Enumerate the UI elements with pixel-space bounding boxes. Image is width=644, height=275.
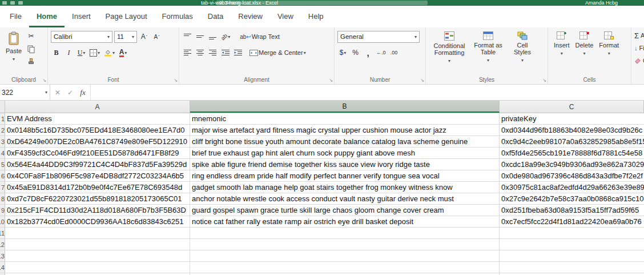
align-right-button[interactable] xyxy=(207,47,218,59)
cell[interactable]: guard gospel spawn grace turtle skill la… xyxy=(190,205,500,216)
font-name-select[interactable]: Calibri ▾ xyxy=(51,31,112,43)
format-cells-button[interactable]: Format ▾ xyxy=(596,30,622,59)
align-left-button[interactable] xyxy=(182,47,193,59)
row-header[interactable]: 13 xyxy=(0,250,5,262)
comma-style-button[interactable]: , xyxy=(363,47,373,59)
cell[interactable]: 0x182b3774cd0Ed0000CD9936AA18c6d83843c62… xyxy=(5,216,190,228)
cell[interactable]: privateKey xyxy=(500,113,644,125)
tab-data[interactable]: Data xyxy=(200,7,231,27)
tab-home[interactable]: Home xyxy=(29,7,65,27)
decrease-indent-button[interactable] xyxy=(220,47,231,59)
enter-button[interactable]: ✓ xyxy=(64,89,77,97)
row-header[interactable]: 10 xyxy=(0,216,5,228)
cell[interactable]: 0xc7ecf5fcc22d4f1d81ad22420ea69a0b76 xyxy=(500,216,644,228)
row-header[interactable]: 3 xyxy=(0,136,5,148)
cell[interactable]: 0x215cF1F4CD11d30d2A118d018A680Fb7b3F5B6… xyxy=(5,205,190,216)
conditional-formatting-button[interactable]: Conditional Formatting ▾ xyxy=(429,30,470,66)
tab-file[interactable]: File xyxy=(2,7,29,27)
tab-page-layout[interactable]: Page Layout xyxy=(98,7,155,27)
cell[interactable] xyxy=(500,262,644,273)
cell[interactable]: 0xF4359cf3Cc046Fd9f210EE51D5878d6471FB8f… xyxy=(5,148,190,159)
cell[interactable] xyxy=(190,250,500,262)
cell[interactable] xyxy=(5,228,190,239)
styles-dialog-launcher-icon[interactable]: ↘ xyxy=(542,78,546,83)
cell[interactable] xyxy=(5,239,190,250)
row-header[interactable]: 1 xyxy=(0,113,5,125)
column-header-a[interactable]: A xyxy=(5,101,190,113)
bold-button[interactable]: B xyxy=(51,47,62,59)
cell[interactable] xyxy=(500,250,644,262)
fill-color-button[interactable]: ▾ xyxy=(103,47,116,59)
bottom-align-button[interactable] xyxy=(207,31,218,43)
row-header[interactable]: 6 xyxy=(0,170,5,182)
tab-help[interactable]: Help xyxy=(301,7,331,27)
row-header[interactable]: 12 xyxy=(0,239,5,250)
cell[interactable] xyxy=(500,239,644,250)
merge-center-button[interactable]: Merge & Center ▾ xyxy=(248,47,307,59)
save-icon[interactable] xyxy=(10,1,15,5)
cell[interactable]: spike able figure friend demise together… xyxy=(190,159,500,170)
tab-view[interactable]: View xyxy=(270,7,301,27)
cell[interactable]: major wise artefact yard fitness magic c… xyxy=(190,125,500,136)
row-header[interactable]: 2 xyxy=(0,125,5,136)
clipboard-dialog-launcher-icon[interactable]: ↘ xyxy=(42,78,46,83)
fill-button[interactable]: ↓ Fil xyxy=(634,42,644,54)
row-header[interactable]: 4 xyxy=(0,148,5,159)
cell[interactable] xyxy=(500,228,644,239)
copy-button[interactable] xyxy=(26,43,37,55)
cell[interactable]: anchor notable wrestle cook access condu… xyxy=(190,193,500,205)
decrease-font-size-button[interactable]: Aˇ xyxy=(151,31,162,43)
cell[interactable]: 0xd0344d96fb18863b4082e98e03cd9b26c xyxy=(500,125,644,136)
number-format-select[interactable]: General ▾ xyxy=(337,31,420,43)
currency-format-button[interactable]: $▾ xyxy=(337,47,348,59)
cell[interactable]: 0xd251fbeba63d08a9153f5a15ff7ad59f65 xyxy=(500,205,644,216)
cell[interactable]: brief true exhaust gap hint alert churn … xyxy=(190,148,500,159)
borders-button[interactable]: ▾ xyxy=(88,47,101,59)
clear-button[interactable]: Cle xyxy=(634,55,644,66)
row-header[interactable]: 5 xyxy=(0,159,5,170)
wrap-text-button[interactable]: ab↩ Wrap Text xyxy=(239,31,281,43)
cell[interactable]: 0x564E4a44DD9C3f99721C4C4D4bF837d5Fa3952… xyxy=(5,159,190,170)
cell[interactable]: 0x0de980ad967396c486d843a3dfbe7f2e2f xyxy=(500,170,644,182)
tab-formulas[interactable]: Formulas xyxy=(155,7,200,27)
italic-button[interactable]: I xyxy=(63,47,74,59)
font-dialog-launcher-icon[interactable]: ↘ xyxy=(174,78,178,83)
cell[interactable]: 0xcdc18a99e3c949b9306ad93e862a73029c xyxy=(500,159,644,170)
cancel-button[interactable]: ✕ xyxy=(51,89,64,97)
row-header[interactable]: 8 xyxy=(0,193,5,205)
cell[interactable]: EVM Address xyxy=(5,113,190,125)
cell[interactable]: mnemonic xyxy=(190,113,500,125)
font-color-button[interactable]: A ▾ xyxy=(118,47,128,59)
cell[interactable]: gadget smooth lab manage help goat stair… xyxy=(190,182,500,193)
row-header[interactable]: 14 xyxy=(0,262,5,273)
insert-function-button[interactable]: fx xyxy=(77,88,89,97)
cell[interactable] xyxy=(190,228,500,239)
middle-align-button[interactable] xyxy=(195,31,206,43)
cell[interactable]: cliff bright bone tissue youth amount de… xyxy=(190,136,500,148)
format-painter-button[interactable] xyxy=(26,56,37,68)
column-header-c[interactable]: C xyxy=(500,101,644,113)
paste-button[interactable]: Paste ▾ xyxy=(3,30,25,65)
cell[interactable]: 0x27c9e2642b7e58c37aa0b0868ca915c100 xyxy=(500,193,644,205)
cut-button[interactable]: ✂ xyxy=(26,30,37,42)
cell[interactable]: 0x4C0Fa8F1b8096F5c987e4DB8df2772C03234A6… xyxy=(5,170,190,182)
cell[interactable]: notice cat father rally estate ramp air … xyxy=(190,216,500,228)
select-all-corner[interactable] xyxy=(0,101,5,113)
tab-insert[interactable]: Insert xyxy=(65,7,98,27)
decrease-decimal-button[interactable]: .00 xyxy=(389,47,400,59)
insert-cells-button[interactable]: Insert ▾ xyxy=(551,30,573,59)
row-header[interactable]: 7 xyxy=(0,182,5,193)
cell[interactable] xyxy=(5,250,190,262)
cell[interactable]: 0x45aE91D8314d172b0b9e0f4c7Ee67E78C69354… xyxy=(5,182,190,193)
cell[interactable] xyxy=(5,262,190,273)
formula-input[interactable] xyxy=(91,85,644,100)
autosum-button[interactable]: Σ Au xyxy=(634,30,644,41)
autosave-icon[interactable] xyxy=(2,1,7,5)
row-header[interactable]: 9 xyxy=(0,205,5,216)
cell[interactable]: ring endless dream pride half modify per… xyxy=(190,170,500,182)
format-as-table-button[interactable]: Format as Table ▾ xyxy=(470,30,506,66)
column-header-b[interactable]: B xyxy=(190,101,500,113)
undo-icon[interactable] xyxy=(18,1,23,5)
cell[interactable]: 0xc9d4c2eeb98107a0a632852985ab8e5f15 xyxy=(500,136,644,148)
increase-font-size-button[interactable]: Aˆ xyxy=(139,31,150,43)
